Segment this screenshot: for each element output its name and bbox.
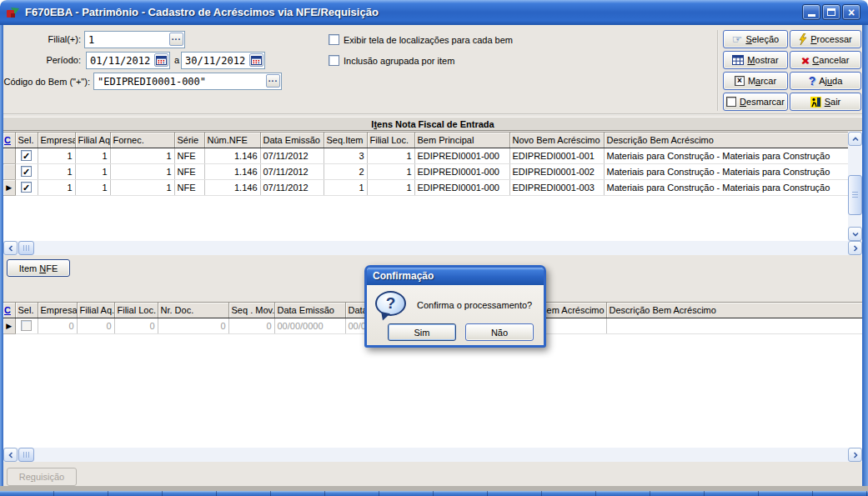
scroll-thumb[interactable] <box>18 448 34 462</box>
grid2-col-empresa: Empresa <box>38 303 77 318</box>
processar-button[interactable]: Processar <box>790 30 861 48</box>
window-border-left <box>0 25 3 486</box>
cell-novo-bem: EDIPREDI0001-001 <box>509 148 604 163</box>
scroll-down-button[interactable] <box>848 227 862 241</box>
mostrar-button[interactable]: Mostrar <box>723 51 788 69</box>
checkbox-icon: ✓ <box>21 182 32 193</box>
cell-bem-principal: EDIPREDI0001-000 <box>414 179 509 195</box>
row-indicator-current: ▶ <box>3 318 15 333</box>
cell-serie: NFE <box>174 163 204 179</box>
sair-button[interactable]: Sair <box>790 93 861 111</box>
desmarcar-button[interactable]: Desmarcar <box>723 93 788 111</box>
agrupada-checkbox[interactable] <box>329 55 339 66</box>
cell-filial-aq: 1 <box>75 179 110 195</box>
current-row-marker-icon: ▶ <box>6 183 12 192</box>
bubble-tail <box>379 312 390 322</box>
close-button[interactable]: × <box>842 4 860 20</box>
red-x-icon: × <box>802 54 810 67</box>
ajuda-button[interactable]: ? Ajuda <box>790 72 861 90</box>
row-select-cell[interactable]: ✓ <box>15 148 38 163</box>
grid1-select-all-header[interactable]: C <box>3 133 15 148</box>
periodo-from-calendar-button[interactable] <box>154 53 168 67</box>
minimize-icon <box>808 14 815 17</box>
localizacoes-checkbox[interactable] <box>329 34 339 45</box>
row-select-cell[interactable]: ✓ <box>15 163 38 179</box>
cell-serie: NFE <box>174 148 204 163</box>
grid2-select-all-header[interactable]: C <box>3 303 15 318</box>
application-window: F670EBA - Patrimônio - Cadastro de Acrés… <box>0 0 868 496</box>
maximize-icon <box>827 8 835 16</box>
dialog-titlebar: Confirmação <box>367 268 544 285</box>
cell-empresa: 1 <box>38 163 75 179</box>
grid1-col-fornec: Fornec. <box>110 133 174 148</box>
periodo-to-calendar-button[interactable] <box>249 53 263 67</box>
grid1-col-filial-loc: Filial Loc. <box>367 133 414 148</box>
grid2-col-descricao: Descrição Bem Acréscimo <box>606 303 862 318</box>
row-select-cell[interactable] <box>15 318 38 333</box>
row-select-cell[interactable]: ✓ <box>15 179 38 195</box>
cell-filial-aq: 1 <box>75 148 110 163</box>
item-nfe-button[interactable]: Item NFE <box>7 259 70 277</box>
maximize-button[interactable] <box>822 4 840 20</box>
row-indicator <box>3 148 15 163</box>
nfe-items-grid: C Sel. Empresa Filial Aq. Fornec. Série … <box>3 132 848 241</box>
scroll-thumb[interactable] <box>18 241 34 255</box>
agrupada-checkbox-label: Inclusão agrupada por item <box>344 56 454 66</box>
scroll-right-button[interactable] <box>848 241 862 255</box>
selecao-button[interactable]: ☞ Seleção <box>723 30 788 48</box>
checked-box-icon: × <box>735 76 745 86</box>
filial-lookup-button[interactable]: ... <box>169 33 183 46</box>
codigo-bem-input[interactable] <box>93 73 282 90</box>
grid2-col-seq-mov: Seq . Mov. <box>228 303 274 318</box>
minimize-button[interactable] <box>802 4 820 20</box>
grid1-col-filial-aq: Filial Aq. <box>75 133 110 148</box>
cell-empresa: 0 <box>38 318 77 333</box>
checkbox-icon: ✓ <box>21 150 32 161</box>
scroll-right-button[interactable] <box>848 448 862 462</box>
question-bubble-icon: ? <box>375 291 406 316</box>
cell-seq-item: 1 <box>324 179 367 195</box>
cell-bem-principal: EDIPREDI0001-000 <box>414 148 509 163</box>
calendar-icon <box>156 56 167 65</box>
scroll-up-button[interactable] <box>848 132 862 146</box>
grid1-col-sel: Sel. <box>15 133 38 148</box>
app-logo-icon <box>6 6 20 19</box>
cell-novo-bem: EDIPREDI0001-003 <box>509 179 604 195</box>
ellipsis-icon: ... <box>172 33 181 42</box>
dialog-message: Confirma o processamento? <box>417 300 532 310</box>
yes-button[interactable]: Sim <box>388 323 456 341</box>
grid2-col-data-emissao: Data Emissão <box>274 303 345 318</box>
calendar-icon <box>251 56 262 65</box>
checkbox-icon: ✓ <box>21 166 32 177</box>
marcar-button[interactable]: × Marcar <box>723 72 788 90</box>
cell-filial-loc: 1 <box>367 163 414 179</box>
cancelar-button[interactable]: × Cancelar <box>790 51 861 69</box>
chevron-left-icon <box>8 245 14 252</box>
grid1-col-serie: Série <box>174 133 204 148</box>
window-title: F670EBA - Patrimônio - Cadastro de Acrés… <box>25 6 379 18</box>
cell-fornec: 1 <box>110 163 174 179</box>
chevron-right-icon <box>852 452 859 458</box>
cell-empresa: 1 <box>38 148 75 163</box>
localizacoes-checkbox-label: Exibir tela de localizações para cada be… <box>344 35 513 45</box>
codigo-bem-lookup-button[interactable]: ... <box>266 74 280 88</box>
grid1-horizontal-scrollbar[interactable] <box>3 241 862 255</box>
dialog-title: Confirmação <box>373 270 434 282</box>
grid2-horizontal-scrollbar[interactable] <box>3 448 862 462</box>
scroll-left-button[interactable] <box>3 241 18 255</box>
grid1-col-bem-principal: Bem Principal <box>414 133 509 148</box>
chevron-left-icon <box>8 452 14 458</box>
grid2-col-filial-aq: Filial Aq. <box>77 303 114 318</box>
grid1-vertical-scrollbar[interactable] <box>848 132 862 241</box>
form-divider <box>717 30 719 111</box>
cell-seq-item: 3 <box>324 148 367 163</box>
cell-filial-loc: 0 <box>114 318 158 333</box>
no-button[interactable]: Não <box>465 323 534 341</box>
scroll-left-button[interactable] <box>3 448 18 462</box>
row-indicator-current: ▶ <box>3 179 15 195</box>
cell-novo-bem: EDIPREDI0001-002 <box>509 163 604 179</box>
chevron-right-icon <box>852 245 859 252</box>
cell-descricao: Materiais para Construção - Materiais pa… <box>604 148 848 163</box>
scroll-thumb[interactable] <box>848 175 862 215</box>
cell-num-nfe: 1.146 <box>204 148 260 163</box>
